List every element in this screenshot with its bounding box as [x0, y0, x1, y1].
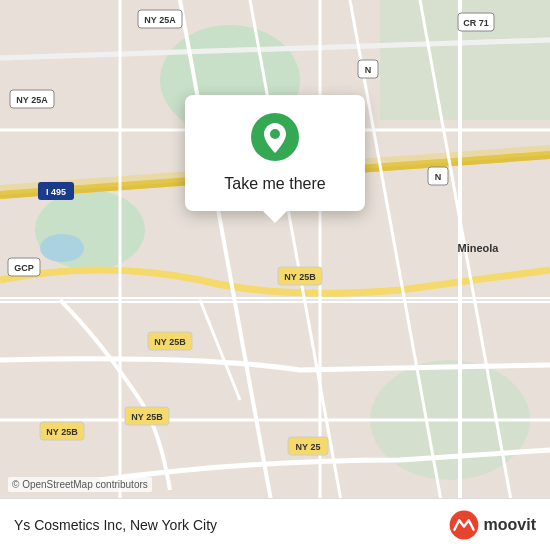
svg-text:NY 25: NY 25	[296, 442, 321, 452]
svg-text:NY 25B: NY 25B	[46, 427, 78, 437]
map-attribution: © OpenStreetMap contributors	[8, 477, 152, 492]
svg-text:Mineola: Mineola	[458, 242, 500, 254]
svg-text:N: N	[365, 65, 372, 75]
take-me-there-button[interactable]: Take me there	[216, 171, 333, 197]
location-info: Ys Cosmetics Inc, New York City	[14, 517, 217, 533]
bottom-bar: Ys Cosmetics Inc, New York City moovit	[0, 498, 550, 550]
moovit-icon	[448, 509, 480, 541]
moovit-text: moovit	[484, 516, 536, 534]
svg-text:NY 25B: NY 25B	[154, 337, 186, 347]
svg-text:N: N	[435, 172, 442, 182]
location-pin-icon	[251, 113, 299, 161]
svg-text:NY 25B: NY 25B	[284, 272, 316, 282]
svg-text:NY 25A: NY 25A	[16, 95, 48, 105]
svg-point-4	[40, 234, 84, 262]
svg-text:NY 25A: NY 25A	[144, 15, 176, 25]
moovit-logo: moovit	[448, 509, 536, 541]
svg-text:GCP: GCP	[14, 263, 34, 273]
svg-point-47	[270, 129, 280, 139]
popup-card: Take me there	[185, 95, 365, 211]
location-name: Ys Cosmetics Inc, New York City	[14, 517, 217, 533]
map-svg: NY 25A NY 25A I 495 GCP N N CR 71 NY 25B…	[0, 0, 550, 550]
svg-text:I 495: I 495	[46, 187, 66, 197]
map-container: NY 25A NY 25A I 495 GCP N N CR 71 NY 25B…	[0, 0, 550, 550]
svg-text:NY 25B: NY 25B	[131, 412, 163, 422]
svg-text:CR 71: CR 71	[463, 18, 489, 28]
